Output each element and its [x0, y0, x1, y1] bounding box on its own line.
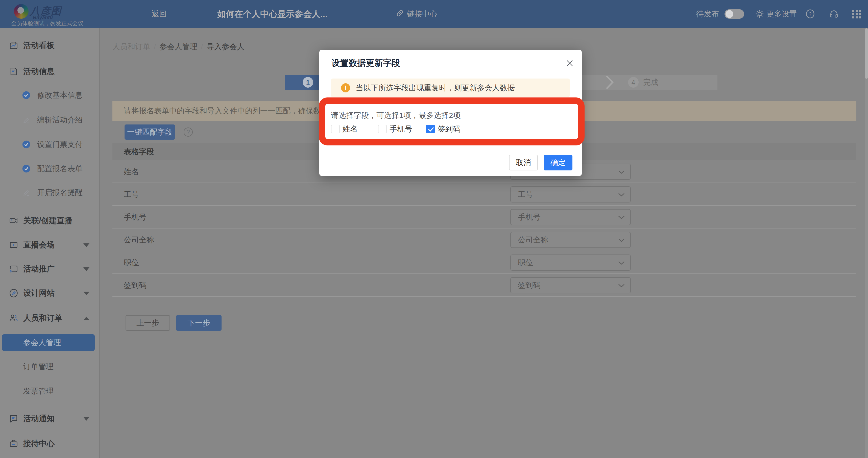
warning-banner: ! 当以下所选字段出现重复时，则更新参会人数据 — [331, 78, 570, 97]
checkbox-label[interactable]: 姓名 — [343, 123, 358, 135]
checkbox-label[interactable]: 签到码 — [438, 123, 461, 135]
headset-icon[interactable] — [829, 9, 839, 19]
sidebar-item-11[interactable]: 人员和订单 — [0, 309, 100, 327]
column-mapping-select[interactable]: 公司全称 — [510, 232, 631, 248]
tv-icon — [9, 240, 18, 250]
checkbox-label[interactable]: 手机号 — [390, 123, 412, 135]
chevron-up-icon — [83, 317, 89, 320]
close-icon[interactable] — [565, 58, 575, 68]
sidebar-item-label: 活动推广 — [23, 260, 55, 278]
checkbox-checked[interactable] — [426, 125, 435, 133]
chevron-down-icon — [83, 267, 89, 271]
sidebar-item-3[interactable]: 编辑活动介绍 — [0, 111, 100, 129]
column-mapping-select[interactable]: 职位 — [510, 255, 631, 271]
checkbox-unchecked[interactable] — [378, 125, 386, 133]
breadcrumb-item-0[interactable]: 人员和订单 — [113, 42, 150, 51]
select-value: 签到码 — [518, 278, 540, 293]
table-row: 职位职位 — [113, 251, 857, 274]
sidebar-item-16[interactable]: 接待中心 — [0, 435, 100, 453]
sidebar-item-2[interactable]: 修改基本信息 — [0, 86, 100, 104]
sidebar-item-label: 开启报名提醒 — [37, 184, 83, 201]
sidebar-item-5[interactable]: 配置报名表单 — [0, 160, 100, 177]
sidebar-item-1[interactable]: 活动信息 — [0, 63, 100, 80]
message-icon — [9, 414, 18, 423]
publish-status-label: 待发布 — [696, 0, 719, 28]
sidebar-item-7[interactable]: 关联/创建直播 — [0, 212, 100, 229]
page-title: 如何在个人中心显示参会人... — [217, 0, 328, 28]
design-pen-icon — [9, 289, 18, 298]
select-value: 职位 — [518, 255, 533, 270]
stepper-chevron-icon — [606, 75, 614, 90]
sidebar-item-12[interactable]: 参会人管理 — [0, 333, 100, 351]
set-update-fields-dialog: 设置数据更新字段 ! 当以下所选字段出现重复时，则更新参会人数据 请选择字段，可… — [319, 50, 582, 176]
video-camera-icon — [9, 216, 18, 225]
sidebar-item-label: 订单管理 — [23, 358, 54, 375]
link-center-label: 链接中心 — [407, 9, 437, 19]
publish-toggle[interactable] — [724, 9, 744, 19]
sidebar-item-label: 设置门票支付 — [37, 136, 83, 153]
stepper-step-4-number: 4 — [628, 77, 639, 88]
scrollbar-thumb[interactable] — [865, 28, 868, 79]
sidebar-item-label: 修改基本信息 — [37, 86, 83, 104]
sidebar-item-15[interactable]: 活动通知 — [0, 410, 100, 427]
sidebar-item-8[interactable]: 直播会场 — [0, 236, 100, 254]
previous-step-button[interactable]: 上一步 — [126, 315, 170, 331]
link-center-button[interactable]: 链接中心 — [395, 0, 437, 28]
top-bar: 八彦图 Bayantu 全员体验测试，勿发正式会议 返回 如何在个人中心显示参会… — [0, 0, 868, 28]
chevron-down-icon — [618, 216, 625, 220]
event-console-app: 八彦图 Bayantu 全员体验测试，勿发正式会议 返回 如何在个人中心显示参会… — [0, 0, 868, 458]
sidebar-item-label: 活动看板 — [23, 37, 55, 54]
chevron-down-icon — [618, 170, 625, 174]
toggle-knob — [725, 10, 733, 18]
checkbox-unchecked[interactable] — [331, 125, 340, 133]
sidebar-item-9[interactable]: 活动推广 — [0, 260, 100, 278]
sidebar-nav: 活动看板活动信息修改基本信息编辑活动介绍设置门票支付配置报名表单开启报名提醒关联… — [0, 28, 100, 458]
confirm-button[interactable]: 确定 — [544, 155, 572, 170]
column-mapping-select[interactable]: 工号 — [510, 186, 631, 202]
sidebar-item-6[interactable]: 开启报名提醒 — [0, 184, 100, 201]
match-help-icon[interactable]: ? — [184, 128, 193, 137]
chevron-down-icon — [618, 238, 625, 242]
people-icon — [9, 314, 18, 323]
chevron-down-icon — [83, 243, 89, 247]
sidebar-item-14[interactable]: 发票管理 — [0, 382, 100, 400]
chevron-down-icon — [83, 292, 89, 295]
broadcast-icon — [9, 264, 18, 273]
svg-text:?: ? — [809, 11, 812, 17]
column-mapping-select[interactable]: 手机号 — [510, 209, 631, 225]
select-value: 工号 — [518, 187, 533, 202]
check-circle-icon — [22, 140, 31, 149]
sidebar-item-label: 参会人管理 — [23, 334, 61, 351]
gear-icon[interactable] — [755, 9, 765, 19]
pencil-icon — [22, 116, 31, 124]
apps-grid-icon[interactable] — [852, 10, 861, 19]
breadcrumb-item-2: 导入参会人 — [207, 42, 245, 51]
notice-text: 请将报名表单中的字段和导入文件中的列一一匹配，确保数据 — [124, 101, 329, 121]
pencil-icon — [22, 188, 31, 197]
table-header-label: 表格字段 — [124, 143, 154, 160]
help-icon[interactable]: ? — [805, 9, 815, 19]
scrollbar-track[interactable] — [865, 28, 868, 458]
breadcrumb-item-1[interactable]: 参会人管理 — [159, 42, 197, 51]
form-field-label: 签到码 — [124, 274, 147, 297]
cancel-button[interactable]: 取消 — [509, 155, 538, 170]
sidebar-item-10[interactable]: 设计网站 — [0, 284, 100, 302]
dashboard-calendar-icon — [9, 41, 18, 50]
sidebar-item-label: 活动信息 — [23, 63, 55, 80]
sidebar-item-label: 人员和订单 — [23, 309, 62, 327]
stepper-step-1: 1 — [285, 75, 322, 90]
document-icon — [9, 67, 18, 76]
sidebar-item-4[interactable]: 设置门票支付 — [0, 136, 100, 153]
back-button[interactable]: 返回 — [152, 0, 167, 28]
auto-match-fields-button[interactable]: 一键匹配字段 — [125, 125, 175, 140]
chevron-down-icon — [83, 417, 89, 421]
sidebar-item-13[interactable]: 订单管理 — [0, 358, 100, 375]
table-row: 签到码签到码 — [113, 274, 857, 297]
sidebar-item-0[interactable]: 活动看板 — [0, 37, 100, 54]
stepper-step-4-label: 完成 — [643, 75, 658, 90]
next-step-button[interactable]: 下一步 — [176, 315, 221, 331]
sidebar-item-label: 配置报名表单 — [37, 160, 83, 177]
more-settings-button[interactable]: 更多设置 — [767, 0, 797, 28]
bayantu-logo-icon — [14, 4, 29, 19]
column-mapping-select[interactable]: 签到码 — [510, 277, 631, 293]
